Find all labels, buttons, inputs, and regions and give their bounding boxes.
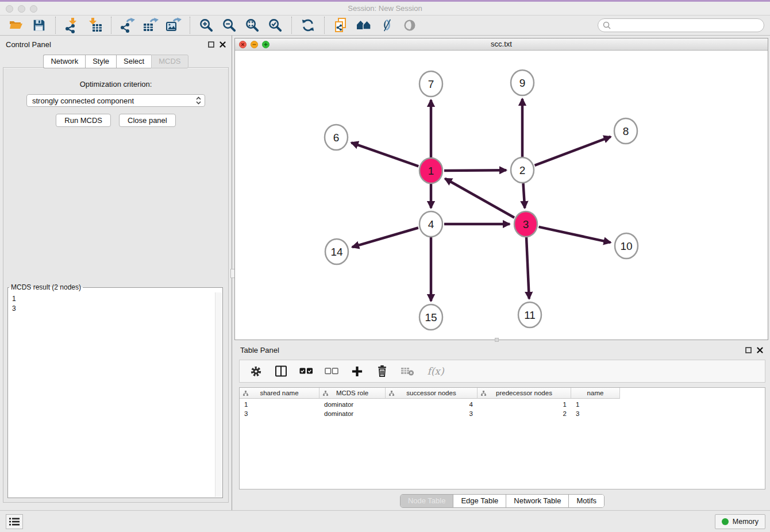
maximize-window-icon[interactable] [30,5,37,13]
hide-selected-button[interactable] [399,16,420,34]
tab-node-table[interactable]: Node Table [401,495,454,507]
function-builder-button[interactable]: f(x) [426,364,445,378]
zoom-out-button[interactable] [219,16,240,34]
minimize-view-icon[interactable] [251,41,258,48]
cell-predecessor-nodes[interactable]: 2 [478,410,571,417]
import-table-button[interactable] [84,16,105,34]
close-window-icon[interactable] [6,5,13,13]
tab-mcds[interactable]: MCDS [151,55,188,68]
tab-motifs[interactable]: Motifs [569,495,604,507]
network-window-titlebar[interactable]: scc.txt [235,38,768,51]
export-table-icon [143,17,159,33]
deselect-all-rows-button[interactable] [325,364,338,378]
export-image-button[interactable] [163,16,184,34]
graph-node-label-4: 4 [428,218,434,230]
tab-network[interactable]: Network [43,55,85,68]
view-resize-grip[interactable] [495,338,499,342]
window-titlebar: Session: New Session [0,0,770,16]
float-panel-icon[interactable] [745,347,752,353]
criterion-select[interactable]: strongly connected component [26,94,205,107]
window-controls[interactable] [6,5,37,13]
application-window: Session: New Session [0,0,770,532]
close-panel-icon[interactable] [757,347,763,353]
column-header-shared-name[interactable]: shared name [240,388,319,399]
float-panel-icon[interactable] [208,41,214,48]
eye-disabled-icon [402,18,417,33]
close-view-icon[interactable] [239,41,247,48]
zoom-in-button[interactable] [196,16,217,34]
delete-columns-button[interactable] [375,364,389,378]
cell-shared-name[interactable]: 1 [240,401,319,408]
column-header-name[interactable]: name [571,388,620,399]
tab-network-table[interactable]: Network Table [506,495,569,507]
import-table-icon [87,17,103,33]
cell-mcds-role[interactable]: dominator [319,401,386,408]
cell-predecessor-nodes[interactable]: 1 [478,401,571,408]
result-scrollbar[interactable] [215,292,222,497]
zoom-in-icon [199,18,214,33]
node-table[interactable]: shared nameMCDS rolesuccessor nodesprede… [239,387,765,489]
zoom-selected-button[interactable] [265,16,286,34]
import-network-button[interactable] [61,16,82,34]
cell-name[interactable]: 3 [571,410,620,417]
criterion-value: strongly connected component [32,97,196,105]
mcds-result-area[interactable]: 13 [9,292,222,497]
save-session-button[interactable] [29,16,49,34]
search-box[interactable] [598,18,764,32]
search-input[interactable] [611,21,759,30]
optimization-criterion-label: Optimization criterion: [3,80,228,88]
network-window-controls[interactable] [239,41,270,48]
zoom-fit-icon [245,18,260,33]
graph-edge-1-6[interactable] [351,142,418,166]
network-graph: 7968124314101511 [235,51,768,340]
column-header-mcds-role[interactable]: MCDS role [319,388,386,399]
minimize-window-icon[interactable] [18,5,25,13]
table-panel-title: Table Panel [240,346,745,354]
cell-shared-name[interactable]: 3 [240,410,319,417]
graph-edge-2-8[interactable] [535,137,611,165]
tab-edge-table[interactable]: Edge Table [453,495,506,507]
network-canvas[interactable]: 7968124314101511 [235,51,768,340]
graph-edge-3-11[interactable] [526,237,529,299]
cell-mcds-role[interactable]: dominator [319,410,386,417]
tab-select[interactable]: Select [116,55,151,68]
trash-icon [376,365,388,377]
close-panel-button[interactable]: Close panel [119,114,176,127]
zoom-selected-icon [268,18,283,33]
mcds-result-box: MCDS result (2 nodes) 13 [7,283,223,498]
zoom-fit-button[interactable] [242,16,263,34]
run-mcds-button[interactable]: Run MCDS [56,114,111,127]
graph-edge-2-3[interactable] [523,183,525,208]
export-table-button[interactable] [140,16,161,34]
memory-button[interactable]: Memory [715,514,765,529]
task-history-button[interactable] [6,514,23,529]
maximize-view-icon[interactable] [262,41,270,48]
table-settings-button[interactable] [249,364,263,378]
export-network-button[interactable] [117,16,138,34]
tab-style[interactable]: Style [85,55,116,68]
split-columns-icon [275,365,287,377]
show-all-networks-button[interactable] [353,16,374,34]
graph-edge-3-1[interactable] [445,179,514,218]
delete-table-button[interactable] [401,364,414,378]
add-column-button[interactable] [350,364,364,378]
graph-edge-4-14[interactable] [352,228,418,248]
delete-table-icon [401,366,414,376]
column-header-predecessor-nodes[interactable]: predecessor nodes [478,388,571,399]
select-all-rows-button[interactable] [299,364,313,378]
apply-style-button[interactable] [376,16,397,34]
cell-name[interactable]: 1 [571,401,620,408]
graph-edge-3-10[interactable] [539,227,611,242]
duplicate-network-button[interactable] [330,16,351,34]
table-row[interactable]: 1dominator411 [240,400,765,409]
cell-successor-nodes[interactable]: 4 [386,401,478,408]
cell-successor-nodes[interactable]: 3 [386,410,478,417]
table-row[interactable]: 3dominator323 [240,409,765,418]
refresh-button[interactable] [298,16,318,34]
column-header-successor-nodes[interactable]: successor nodes [386,388,478,399]
toggle-panel-layout-button[interactable] [274,364,288,378]
close-panel-icon[interactable] [220,41,226,48]
mcds-panel: Optimization criterion: strongly connect… [3,67,229,503]
open-session-button[interactable] [6,16,26,34]
graph-edge-1-2[interactable] [444,170,506,171]
